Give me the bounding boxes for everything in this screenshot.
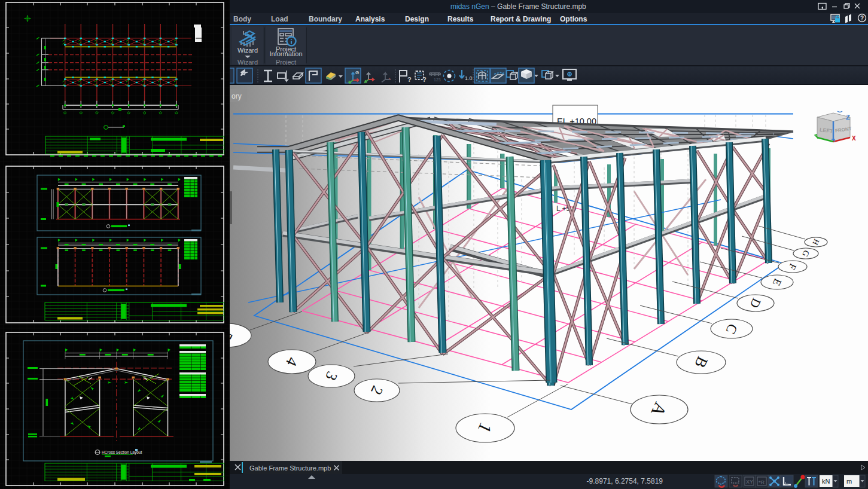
- svg-text:m: m: [846, 478, 852, 485]
- svg-text:X: X: [852, 135, 856, 142]
- svg-text:kN: kN: [822, 478, 830, 485]
- svg-text:ory: ory: [232, 92, 242, 100]
- svg-text:?: ?: [407, 76, 412, 83]
- svg-text:G: G: [355, 70, 359, 75]
- svg-text:123: 123: [434, 78, 441, 82]
- svg-text:Z: Z: [846, 114, 850, 121]
- svg-text:XY: XY: [746, 479, 753, 485]
- svg-text:?: ?: [422, 76, 427, 83]
- svg-text:1.0: 1.0: [465, 75, 473, 81]
- svg-text:*R: *R: [759, 479, 765, 485]
